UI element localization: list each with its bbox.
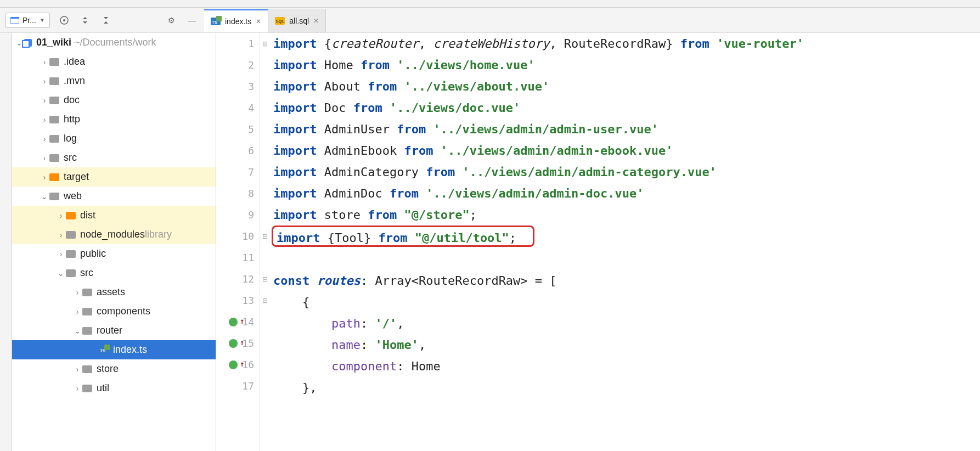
expand-icon[interactable] [40, 96, 49, 105]
gutter-line[interactable]: 6 [216, 140, 260, 161]
expand-icon[interactable] [72, 307, 82, 316]
project-tree[interactable]: 01_wiki ~/Documents/work .idea.mvndochtt… [12, 33, 216, 451]
tree-folder[interactable]: web [12, 187, 216, 206]
tree-root[interactable]: 01_wiki ~/Documents/work [12, 33, 216, 52]
code-line[interactable]: name: 'Home', [270, 334, 980, 356]
gutter-line[interactable]: 13 [216, 290, 260, 311]
expand-icon[interactable] [56, 230, 66, 239]
gutter-line[interactable]: 1 [216, 33, 260, 54]
tree-file[interactable]: TSindex.ts [12, 340, 216, 359]
gutter-line[interactable]: 2 [216, 54, 260, 76]
code-line[interactable]: import Doc from '../views/doc.vue' [270, 97, 980, 119]
code-line[interactable]: const routes: Array<RouteRecordRaw> = [ [270, 270, 980, 291]
code-line[interactable]: component: Home [270, 356, 980, 377]
fold-handle[interactable] [260, 33, 270, 54]
locate-icon[interactable] [58, 14, 71, 27]
expand-icon[interactable] [72, 288, 82, 297]
fold-column[interactable] [260, 33, 270, 451]
gutter-line[interactable]: 9 [216, 204, 260, 226]
gutter-line[interactable]: 3 [216, 76, 260, 97]
expand-icon[interactable] [40, 115, 49, 124]
expand-icon[interactable] [40, 77, 49, 86]
tree-folder[interactable]: store [12, 359, 216, 379]
gutter-line[interactable]: 17 [216, 375, 260, 397]
tree-folder[interactable]: .idea [12, 52, 216, 71]
project-view-selector[interactable]: Pr... ▼ [5, 13, 50, 28]
code-line[interactable]: import Home from '../views/home.vue' [270, 54, 980, 76]
code-line[interactable]: import About from '../views/about.vue' [270, 76, 980, 97]
vcs-change-marker-icon[interactable] [229, 339, 238, 348]
expand-icon[interactable] [40, 134, 49, 143]
line-gutter[interactable]: 1234567891011121314151617 [216, 33, 260, 451]
gutter-line[interactable]: 12 [216, 268, 260, 290]
tool-window-rail[interactable] [0, 33, 12, 451]
vcs-change-marker-icon[interactable] [229, 318, 238, 326]
tree-item-label: assets [97, 286, 125, 298]
line-number: 6 [248, 145, 254, 156]
tree-folder[interactable]: http [12, 110, 216, 129]
expand-icon[interactable] [40, 173, 49, 182]
gutter-line[interactable]: 7 [216, 161, 260, 183]
gutter-line[interactable]: 10 [216, 226, 260, 247]
gutter-line[interactable]: 8 [216, 183, 260, 204]
gutter-line[interactable]: 11 [216, 247, 260, 268]
tree-folder[interactable]: components [12, 302, 216, 321]
gutter-line[interactable]: 4 [216, 97, 260, 119]
expand-icon[interactable] [56, 211, 66, 220]
code-area[interactable]: import {createRouter, createWebHistory, … [270, 33, 980, 451]
expand-icon[interactable] [40, 58, 49, 66]
tree-folder[interactable]: log [12, 129, 216, 148]
fold-handle[interactable] [260, 226, 270, 247]
gutter-line[interactable]: 15 [216, 332, 260, 354]
gear-icon[interactable]: ⚙ [165, 14, 178, 27]
code-line[interactable]: import store from "@/store"; [270, 204, 980, 226]
code-line[interactable]: import AdminDoc from '../views/admin/adm… [270, 183, 980, 204]
tree-folder[interactable]: node_modules library [12, 225, 216, 244]
tab-all-sql[interactable]: SQL all.sql ✕ [268, 9, 326, 32]
expand-icon[interactable] [40, 154, 49, 162]
fold-handle [260, 311, 270, 332]
module-icon [24, 39, 32, 47]
hide-panel-icon[interactable]: — [185, 14, 199, 27]
code-line[interactable]: import AdminEbook from '../views/admin/a… [270, 140, 980, 161]
code-line[interactable] [270, 249, 980, 270]
close-icon[interactable]: ✕ [256, 18, 261, 25]
tree-folder[interactable]: src [12, 263, 216, 283]
gutter-line[interactable]: 5 [216, 119, 260, 140]
code-line[interactable]: import AdminCategory from '../views/admi… [270, 161, 980, 183]
tree-folder[interactable]: router [12, 321, 216, 340]
expand-icon[interactable] [72, 365, 82, 374]
tree-folder[interactable]: util [12, 379, 216, 398]
expand-icon[interactable] [72, 384, 82, 393]
code-line[interactable]: import AdminUser from '../views/admin/ad… [270, 119, 980, 140]
fold-handle [260, 76, 270, 97]
code-line[interactable]: { [270, 291, 980, 313]
fold-handle[interactable] [260, 290, 270, 311]
tree-folder[interactable]: assets [12, 283, 216, 302]
expand-icon[interactable] [56, 250, 66, 258]
gutter-line[interactable]: 14 [216, 311, 260, 332]
tab-index-ts[interactable]: TS index.ts ✕ [204, 9, 268, 32]
line-number: 1 [248, 38, 254, 49]
collapse-all-icon[interactable] [99, 14, 112, 27]
tree-folder[interactable]: doc [12, 91, 216, 110]
vcs-change-marker-icon[interactable] [229, 360, 238, 369]
fold-handle[interactable] [260, 268, 270, 290]
tree-folder[interactable]: src [12, 148, 216, 167]
code-editor[interactable]: 1234567891011121314151617 import {create… [216, 33, 980, 451]
code-line[interactable]: }, [270, 377, 980, 398]
gutter-line[interactable]: 16 [216, 354, 260, 375]
tree-folder[interactable]: target [12, 167, 216, 187]
expand-icon[interactable] [56, 269, 66, 278]
expand-all-icon[interactable] [78, 14, 92, 27]
code-line[interactable]: import {Tool} from "@/util/tool"; [272, 226, 534, 247]
tree-folder[interactable]: public [12, 244, 216, 263]
tree-folder[interactable]: .mvn [12, 71, 216, 91]
code-line[interactable]: path: '/', [270, 313, 980, 334]
line-number: 2 [248, 59, 254, 71]
close-icon[interactable]: ✕ [313, 17, 319, 25]
code-line[interactable]: import {createRouter, createWebHistory, … [270, 33, 980, 54]
expand-icon[interactable] [72, 326, 82, 335]
expand-icon[interactable] [40, 192, 49, 201]
tree-folder[interactable]: dist [12, 206, 216, 225]
